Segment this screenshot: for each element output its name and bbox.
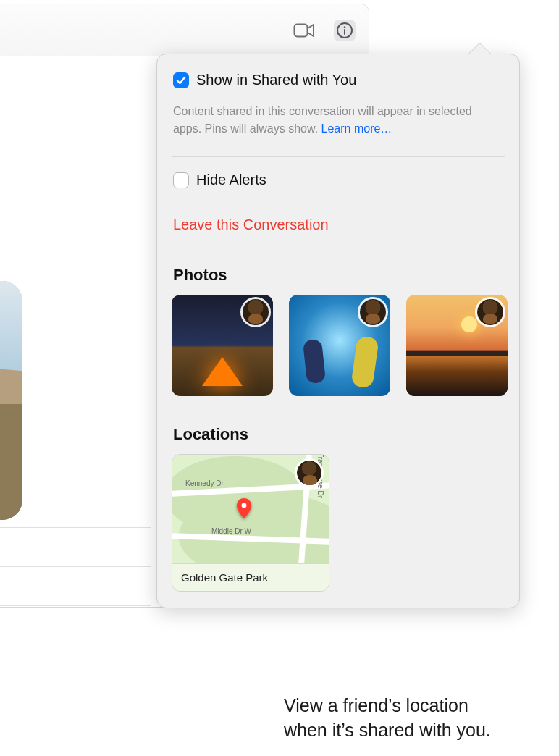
shared-with-you-helper: Content shared in this conversation will…: [172, 94, 505, 154]
sender-avatar-icon: [360, 299, 386, 325]
callout-caption: View a friend’s location when it’s share…: [284, 694, 545, 743]
shared-photo-thumbnail[interactable]: [406, 295, 508, 396]
shared-location-card[interactable]: Kennedy Dr Middle Dr W Transverse Dr Gol…: [172, 454, 329, 592]
shared-photo-thumbnail[interactable]: [289, 295, 390, 396]
checkbox-unchecked-icon[interactable]: [173, 172, 189, 188]
facetime-video-button[interactable]: [293, 20, 315, 41]
map-pin-icon: [236, 498, 252, 514]
checkbox-checked-icon[interactable]: [173, 72, 189, 88]
divider: [172, 248, 505, 248]
callout-leader-line: [461, 568, 461, 692]
shared-photo-thumbnail[interactable]: [172, 295, 273, 396]
hide-alerts-row[interactable]: Hide Alerts: [172, 160, 505, 200]
location-name-label: Golden Gate Park: [172, 563, 329, 591]
learn-more-link[interactable]: Learn more…: [321, 122, 392, 135]
details-popover: Show in Shared with You Content shared i…: [156, 54, 520, 608]
locations-section-title: Locations: [172, 422, 505, 454]
divider: [172, 156, 505, 157]
friend-avatar-icon: [297, 461, 321, 485]
message-photo[interactable]: [0, 281, 22, 520]
map-road-label: Middle Dr W: [211, 527, 251, 535]
photos-section-title: Photos: [172, 251, 505, 295]
window-toolbar: [0, 4, 369, 56]
details-info-button[interactable]: [334, 20, 356, 41]
leave-conversation-button[interactable]: Leave this Conversation: [172, 206, 505, 245]
show-in-shared-with-you-row[interactable]: Show in Shared with You: [172, 66, 505, 94]
sender-avatar-icon: [243, 299, 269, 325]
sender-avatar-icon: [477, 299, 503, 325]
shared-photos-grid: [172, 295, 505, 422]
svg-point-3: [242, 503, 247, 508]
show-shared-label: Show in Shared with You: [196, 72, 356, 88]
svg-point-2: [344, 26, 345, 28]
svg-rect-0: [295, 24, 308, 36]
transcript-rows: [0, 527, 151, 608]
divider: [172, 203, 505, 203]
hide-alerts-label: Hide Alerts: [196, 172, 266, 188]
map-road-label: Kennedy Dr: [185, 479, 224, 487]
